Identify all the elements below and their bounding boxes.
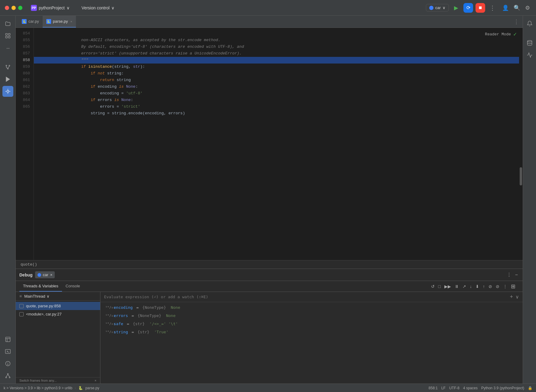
code-content[interactable]: 854 855 856 857 858 859 860 861 862 863 … xyxy=(16,28,523,260)
minimize-button[interactable] xyxy=(11,6,16,10)
switch-frames-close-icon[interactable]: × xyxy=(95,379,96,382)
status-encoding[interactable]: UTF-8 xyxy=(449,386,459,390)
sidebar-item-vcs[interactable] xyxy=(2,370,13,381)
expand-watch-icon[interactable]: ∨ xyxy=(515,294,519,300)
project-switcher[interactable]: PP pythonProject ∨ xyxy=(28,4,72,12)
more-button[interactable]: ⋮ xyxy=(488,3,497,13)
tab-console[interactable]: Console xyxy=(62,281,84,292)
code-lines[interactable]: non-ASCII characters, as accepted by the… xyxy=(34,28,523,260)
debug-session-name: car xyxy=(43,273,48,277)
variable-type-icon-encoding: ¹⁰∕₀₁ xyxy=(105,305,111,309)
scrollbar-thumb[interactable] xyxy=(520,167,522,185)
variable-item-errors[interactable]: ¹⁰∕₀₁ errors = {NoneType} None xyxy=(100,312,523,320)
version-control-button[interactable]: Version control ∨ xyxy=(79,4,117,11)
add-watch-icon[interactable]: + xyxy=(510,294,513,300)
rerun-button[interactable]: ↺ xyxy=(430,283,436,289)
line-num-860: 860 xyxy=(16,70,34,77)
variable-item-string[interactable]: ¹⁰∕₀₁ string = {str} 'True' xyxy=(100,328,523,336)
tab-parse-close-icon[interactable]: × xyxy=(70,20,72,23)
debug-button[interactable]: ⟳ xyxy=(463,3,473,13)
status-line-ending[interactable]: LF xyxy=(441,386,446,390)
status-breadcrumb: k > Versions > 3.9 > lib > python3.9 > u… xyxy=(4,386,72,390)
variables-list: ¹⁰∕₀₁ encoding = {NoneType} None ¹⁰∕₀₁ e… xyxy=(100,302,523,384)
lock-icon: 🔒 xyxy=(528,386,532,390)
debug-session-tab[interactable]: car × xyxy=(35,271,55,278)
threads-header: ≡ MainThread ∨ xyxy=(16,292,100,301)
line-num-855: 855 xyxy=(16,37,34,44)
status-indent[interactable]: 4 spaces xyxy=(463,386,478,390)
sidebar-item-structure[interactable] xyxy=(2,30,13,41)
debug-close-icon[interactable]: × xyxy=(50,273,53,277)
status-position[interactable]: 858:1 xyxy=(429,386,438,390)
tab-threads-label: Threads & Variables xyxy=(23,284,58,288)
resume-button[interactable]: ▶▶ xyxy=(443,283,452,289)
search-button[interactable]: 🔍 xyxy=(512,3,521,12)
pause-button[interactable]: ⏸ xyxy=(453,283,460,289)
run-to-cursor-button[interactable]: ⊘ xyxy=(487,283,493,289)
debug-menu-button[interactable]: ⋮ xyxy=(505,271,513,278)
stop-button[interactable]: ■ xyxy=(476,3,485,13)
tab-more-icon[interactable]: ⋮ xyxy=(512,18,520,25)
reader-mode-label[interactable]: Reader Mode xyxy=(485,32,511,37)
vc-chevron-icon: ∨ xyxy=(111,5,114,10)
editor-scrollbar[interactable] xyxy=(519,28,523,260)
code-editor: 854 855 856 857 858 859 860 861 862 863 … xyxy=(16,28,523,269)
sidebar-item-run[interactable] xyxy=(2,74,13,85)
variable-item-encoding[interactable]: ¹⁰∕₀₁ encoding = {NoneType} None xyxy=(100,303,523,312)
step-over-button[interactable]: ↗ xyxy=(461,283,467,289)
breadcrumb-label: quote() xyxy=(21,262,37,267)
right-sidebar-analytics[interactable] xyxy=(524,50,535,60)
tab-car[interactable]: 🐍 car.py xyxy=(18,16,43,28)
close-button[interactable] xyxy=(5,6,9,10)
tab-parse-label: parse.py xyxy=(53,19,68,24)
maximize-button[interactable] xyxy=(18,6,22,10)
settings-button[interactable]: ⚙ xyxy=(524,3,531,12)
code-wrapper: 854 855 856 857 858 859 860 861 862 863 … xyxy=(16,28,523,260)
code-line-858: if isinstance(string, str): xyxy=(34,57,523,64)
step-out-button[interactable]: ↑ xyxy=(482,283,486,289)
sidebar-item-terminal[interactable] xyxy=(2,346,13,357)
status-interpreter[interactable]: Python 3.9 (pythonProject) xyxy=(481,386,524,390)
project-chevron-icon: ∨ xyxy=(67,5,70,10)
variable-type-errors: {NoneType} xyxy=(138,313,161,318)
variable-value-encoding: None xyxy=(168,305,180,310)
sidebar-item-git[interactable] xyxy=(2,62,13,73)
line-num-858: 858 xyxy=(16,57,34,64)
step-into-my-button[interactable]: ⬇ xyxy=(474,283,480,289)
svg-point-19 xyxy=(8,364,8,365)
thread-item-quote[interactable]: quote, parse.py:858 xyxy=(16,302,100,310)
tab-threads-variables[interactable]: Threads & Variables xyxy=(19,281,62,292)
right-sidebar-db[interactable] xyxy=(524,38,535,48)
sidebar-item-debug[interactable] xyxy=(2,86,13,97)
sidebar-item-folders[interactable] xyxy=(2,18,13,29)
add-profile-button[interactable]: 👤 xyxy=(501,3,510,12)
debug-minimize-button[interactable]: − xyxy=(514,271,519,278)
step-into-button[interactable]: ↓ xyxy=(469,283,473,289)
variable-item-safe[interactable]: ¹⁰∕₀₁ safe = {str} '/<>_=' '\t' xyxy=(100,320,523,328)
sidebar-item-packages[interactable] xyxy=(2,334,13,345)
thread-dropdown[interactable]: MainThread ∨ xyxy=(24,294,49,299)
variable-name-string: string xyxy=(114,330,128,334)
eval-expression-input[interactable] xyxy=(104,295,507,299)
right-sidebar-notifications[interactable] xyxy=(524,18,535,29)
reader-mode-area: Reader Mode ✓ xyxy=(485,31,517,38)
stop-debug-button[interactable]: □ xyxy=(437,283,442,289)
variable-value-string: 'True' xyxy=(152,330,168,334)
debug-tabs: Threads & Variables Console ↺ □ ▶▶ ⏸ ↗ ↓… xyxy=(16,281,523,292)
sidebar-item-more[interactable]: ··· xyxy=(2,42,13,53)
debug-content: ≡ MainThread ∨ quote, parse.py:858 xyxy=(16,292,523,384)
variable-type-safe: {str} xyxy=(133,322,145,326)
thread-item-module[interactable]: <module>, car.py:27 xyxy=(16,310,100,318)
sidebar-item-problems[interactable] xyxy=(2,358,13,369)
svg-line-24 xyxy=(8,374,10,377)
variable-type-icon-errors: ¹⁰∕₀₁ xyxy=(105,314,111,318)
run-button[interactable]: ▶ xyxy=(451,3,461,13)
debug-layout-button[interactable]: ⊞ xyxy=(510,283,517,290)
svg-point-25 xyxy=(527,41,532,42)
variable-type-icon-safe: ¹⁰∕₀₁ xyxy=(105,322,111,326)
evaluate-button[interactable]: ⊘ xyxy=(495,283,501,289)
debug-more-button[interactable]: ⋮ xyxy=(502,283,508,289)
tab-parse[interactable]: 🐍 parse.py × xyxy=(43,16,76,28)
line-num-865: 865 xyxy=(16,103,34,110)
run-config[interactable]: car ∨ xyxy=(426,4,449,11)
